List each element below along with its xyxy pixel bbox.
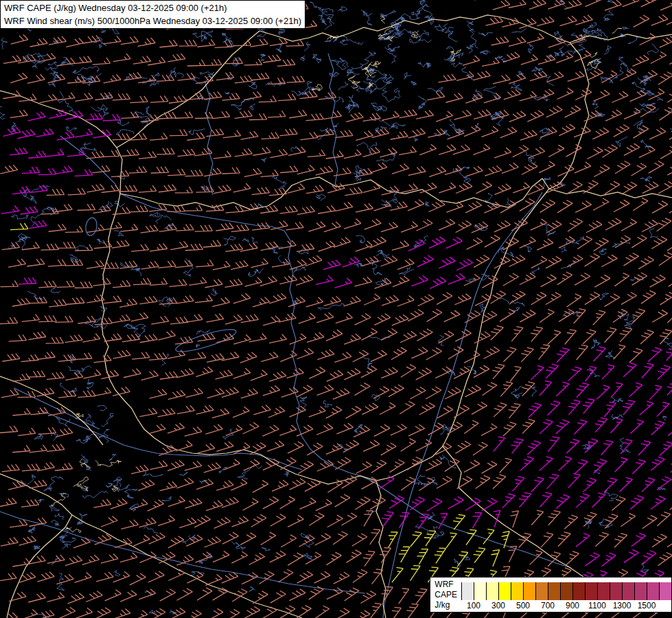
legend-swatch — [511, 582, 523, 600]
legend-swatch — [659, 582, 671, 600]
legend-swatch — [647, 582, 659, 600]
legend-tick: 1300 — [613, 601, 632, 610]
legend-label: WRF CAPE J/kg — [430, 577, 461, 612]
legend-swatch — [597, 582, 610, 600]
legend-swatch — [461, 582, 474, 600]
legend-swatch — [523, 582, 535, 600]
legend-tick: 500 — [516, 601, 530, 610]
legend-swatch — [548, 582, 560, 600]
title-block: WRF CAPE (J/kg) Wednesday 03-12-2025 09:… — [0, 0, 305, 29]
legend-swatch — [474, 582, 486, 600]
legend-tick: 300 — [491, 601, 505, 610]
legend-label-line: CAPE — [435, 590, 457, 600]
legend-swatch — [486, 582, 498, 600]
legend-tick: 900 — [566, 601, 579, 610]
legend-swatch — [585, 582, 597, 600]
legend-tick: 700 — [541, 601, 555, 610]
legend-tick: 100 — [467, 601, 480, 610]
legend-swatch — [572, 582, 585, 600]
cape-legend: WRF CAPE J/kg 10030050070090011001300150… — [430, 577, 672, 613]
legend-colorbar — [461, 582, 671, 600]
legend-swatch — [498, 582, 511, 600]
legend-swatch — [535, 582, 548, 600]
map-canvas — [0, 0, 672, 618]
legend-label-line: WRF — [435, 580, 457, 590]
legend-swatch — [560, 582, 572, 600]
title-line-2: WRF Wind shear (m/s) 500/1000hPa Wednesd… — [4, 14, 301, 27]
legend-label-line: J/kg — [435, 600, 457, 610]
legend-tick: 1100 — [588, 601, 606, 610]
legend-swatch — [610, 582, 622, 600]
legend-swatch — [634, 582, 647, 600]
legend-swatch — [622, 582, 634, 600]
legend-ticks: 100300500700900110013001500 — [461, 600, 671, 612]
legend-body: 100300500700900110013001500 — [461, 577, 671, 612]
legend-tick: 1500 — [638, 601, 656, 610]
wrf-map-page: WRF CAPE (J/kg) Wednesday 03-12-2025 09:… — [0, 0, 672, 618]
title-line-1: WRF CAPE (J/kg) Wednesday 03-12-2025 09:… — [4, 1, 301, 14]
